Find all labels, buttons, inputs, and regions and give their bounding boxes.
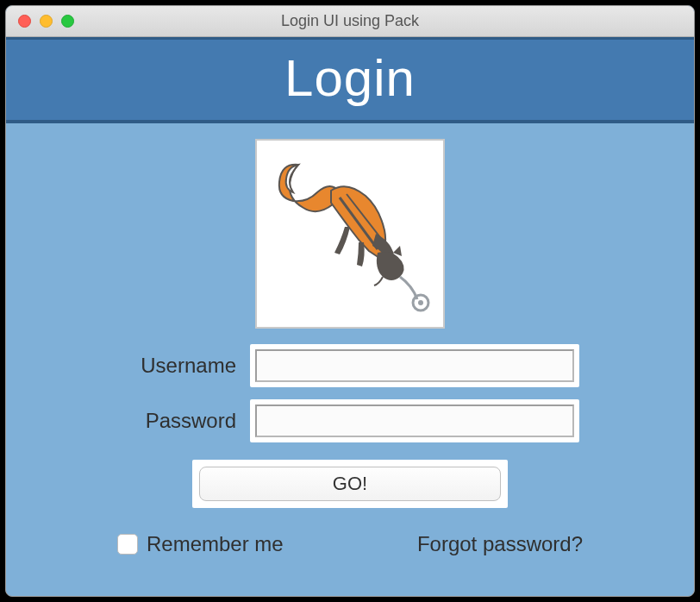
maximize-icon[interactable] (61, 15, 74, 28)
remember-label: Remember me (147, 532, 284, 556)
forgot-password-link[interactable]: Forgot password? (417, 532, 583, 556)
page-title: Login (6, 48, 694, 108)
password-row: Password (121, 399, 579, 442)
remember-checkbox[interactable] (117, 534, 138, 555)
minimize-icon[interactable] (40, 15, 53, 28)
username-input[interactable] (255, 349, 574, 382)
header-banner: Login (6, 37, 694, 123)
password-label: Password (121, 409, 250, 433)
remember-me[interactable]: Remember me (117, 532, 284, 556)
fox-icon (264, 147, 436, 320)
bottom-row: Remember me Forgot password? (117, 532, 583, 556)
content-area: Username Password GO! Remember me Forgot… (6, 123, 694, 596)
window-title: Login UI using Pack (6, 12, 694, 30)
username-label: Username (121, 354, 250, 378)
logo-box (255, 139, 445, 329)
password-input[interactable] (255, 404, 574, 437)
titlebar: Login UI using Pack (6, 6, 694, 37)
submit-button[interactable]: GO! (199, 467, 501, 501)
submit-wrap: GO! (192, 460, 508, 508)
traffic-lights (6, 15, 74, 28)
close-icon[interactable] (18, 15, 31, 28)
svg-point-1 (418, 300, 423, 305)
password-input-wrap (250, 399, 579, 442)
username-row: Username (121, 344, 579, 387)
username-input-wrap (250, 344, 579, 387)
app-window: Login UI using Pack Login (5, 5, 695, 597)
